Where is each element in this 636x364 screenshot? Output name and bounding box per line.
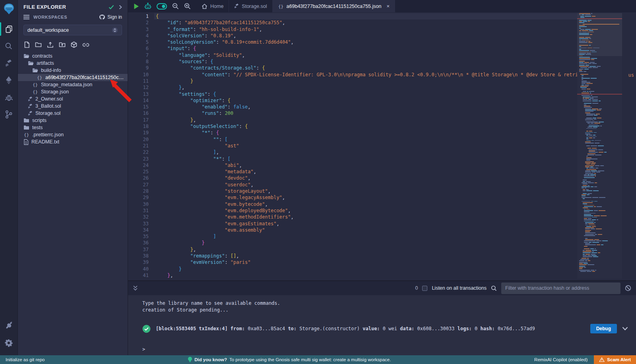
sign-in-label: Sign in	[107, 14, 122, 20]
expand-transaction-icon[interactable]	[622, 327, 628, 331]
main-row: FILE EXPLORER WORKSPACES Sign in default…	[0, 0, 636, 355]
search-icon[interactable]	[491, 285, 497, 291]
minimap-row	[577, 181, 622, 182]
tree-item-storage-metadata-json[interactable]: {}Storage_metadata.json	[18, 81, 128, 88]
activity-item-git[interactable]	[0, 108, 18, 120]
chevron-right-icon[interactable]	[119, 5, 122, 10]
code-line-29: "evm.legacyAssembly",	[156, 194, 577, 201]
minimap-row	[577, 71, 622, 72]
git-init-link[interactable]: Initialize as git repo	[0, 357, 45, 362]
remixai-robot-icon[interactable]	[144, 3, 151, 10]
tree-item-3-ballot-sol[interactable]: 3_Ballot.sol	[18, 103, 128, 110]
listen-checkbox[interactable]	[422, 286, 427, 291]
activity-item-deploy-run[interactable]	[0, 74, 18, 86]
tree-item-storage-sol[interactable]: Storage.sol	[18, 110, 128, 117]
tip-text: To prototype using the Gnosis safe multi…	[229, 357, 391, 362]
editor-tabbar: HomeStorage.sol{}a69b43f277ba20fcac14115…	[128, 0, 636, 12]
upload-folder-icon[interactable]	[59, 41, 66, 48]
folder-icon	[23, 118, 29, 123]
copilot-status[interactable]: RemixAI Copilot (enabled)	[534, 357, 588, 362]
activity-item-file-explorer[interactable]	[0, 23, 18, 35]
activity-item-settings[interactable]	[0, 337, 18, 349]
activity-item-search[interactable]	[0, 40, 18, 52]
transaction-filter-input[interactable]	[501, 283, 620, 294]
ipfs-box-icon[interactable]	[71, 41, 77, 48]
minimap-row	[577, 182, 622, 183]
code-line-37: },	[156, 246, 577, 253]
minimap-row	[577, 81, 622, 81]
minimap-row	[577, 177, 622, 178]
minimap-row	[577, 98, 622, 99]
tree-item-label: scripts	[32, 118, 47, 123]
minimap-row	[577, 247, 622, 248]
editor-column: HomeStorage.sol{}a69b43f277ba20fcac14115…	[128, 0, 636, 355]
minimap-row	[577, 211, 622, 212]
minimap-row	[577, 132, 622, 133]
tree-item--prettierrc-json[interactable]: {}.prettierrc.json	[18, 131, 128, 138]
upload-file-icon[interactable]	[47, 41, 54, 48]
minimap-row	[577, 199, 622, 200]
tab-storage-sol[interactable]: Storage.sol	[229, 0, 272, 12]
tree-item-2-owner-sol[interactable]: 2_Owner.sol	[18, 95, 128, 103]
terminal-prompt[interactable]: >	[142, 347, 630, 352]
minimap-row	[577, 225, 622, 226]
minimap-row	[577, 59, 622, 60]
minimap-row	[577, 236, 622, 237]
minimap-row	[577, 111, 622, 112]
new-folder-icon[interactable]	[35, 41, 42, 48]
transaction-summary[interactable]: [block:5583405 txIndex:4] from: 0xa03...…	[156, 326, 535, 331]
minimap-row	[577, 248, 622, 249]
settings-icon	[5, 339, 13, 347]
minimap-row	[577, 140, 622, 141]
code-line-21: "ast"	[156, 143, 577, 149]
minimap-row	[577, 63, 622, 64]
tree-item-tests[interactable]: tests	[18, 124, 128, 131]
tree-item-readme-txt[interactable]: README.txt	[18, 138, 128, 145]
terminal-content[interactable]: Type the library name to see available c…	[128, 295, 636, 355]
tree-item-storage-json[interactable]: {}Storage.json	[18, 88, 128, 95]
activity-item-debugger[interactable]	[0, 91, 18, 103]
minimap-row	[577, 61, 622, 62]
theme-toggle-icon[interactable]	[157, 3, 167, 10]
minimap-row	[577, 186, 622, 187]
minimap-row	[577, 155, 622, 155]
debug-button[interactable]: Debug	[590, 324, 617, 333]
hamburger-menu-icon[interactable]	[23, 15, 29, 19]
minimap-row	[577, 116, 622, 117]
tab-home[interactable]: Home	[196, 0, 229, 12]
minimap-row	[577, 173, 622, 174]
code-line-31: "evm.deployedBytecode",	[156, 207, 577, 214]
tree-item-label: a69b43f277ba20fcac141151250ca7...	[45, 75, 126, 80]
minimap[interactable]	[577, 13, 622, 279]
minimap-row	[577, 79, 622, 80]
close-tab-icon[interactable]: ×	[386, 4, 390, 9]
svg-text:{}: {}	[37, 75, 42, 80]
activity-bar	[0, 0, 18, 355]
ban-icon[interactable]	[625, 285, 631, 291]
github-sign-in[interactable]: Sign in	[99, 14, 122, 20]
tree-item-artifacts[interactable]: artifacts	[18, 60, 128, 67]
minimap-row	[577, 128, 622, 129]
workspace-select[interactable]: default_workspace	[23, 25, 122, 35]
remix-logo-icon[interactable]	[3, 3, 15, 17]
link-icon[interactable]	[82, 41, 89, 48]
minimap-row	[577, 176, 622, 176]
collapse-terminal-icon[interactable]	[133, 285, 138, 291]
scam-alert-button[interactable]: Scam Alert	[594, 355, 636, 364]
code-content[interactable]: {"id": "a69b43f277ba20fcac141151250ca755…	[156, 13, 577, 281]
tree-item-build-info[interactable]: build-info	[18, 67, 128, 74]
run-script-icon[interactable]	[134, 3, 139, 10]
activity-item-solidity-compiler[interactable]	[0, 57, 18, 69]
code-editor: 1234567891011121314151617181920212223242…	[128, 12, 636, 281]
zoom-in-icon[interactable]	[184, 3, 191, 10]
workspaces-row: WORKSPACES Sign in	[18, 12, 128, 22]
tree-item-a69b43f277ba20fcac141151250ca7-[interactable]: {}a69b43f277ba20fcac141151250ca7...	[18, 74, 128, 81]
tree-item-scripts[interactable]: scripts	[18, 117, 128, 124]
minimap-row	[577, 95, 622, 96]
new-file-icon[interactable]	[24, 41, 30, 48]
tree-item-contracts[interactable]: contracts	[18, 52, 128, 60]
minimap-row	[577, 266, 622, 267]
tab-a69b43f277ba20fcac141151250ca755-json[interactable]: {}a69b43f277ba20fcac141151250ca755.json×	[273, 0, 395, 12]
activity-item-plugin-manager[interactable]	[0, 319, 18, 331]
zoom-out-icon[interactable]	[172, 3, 179, 10]
